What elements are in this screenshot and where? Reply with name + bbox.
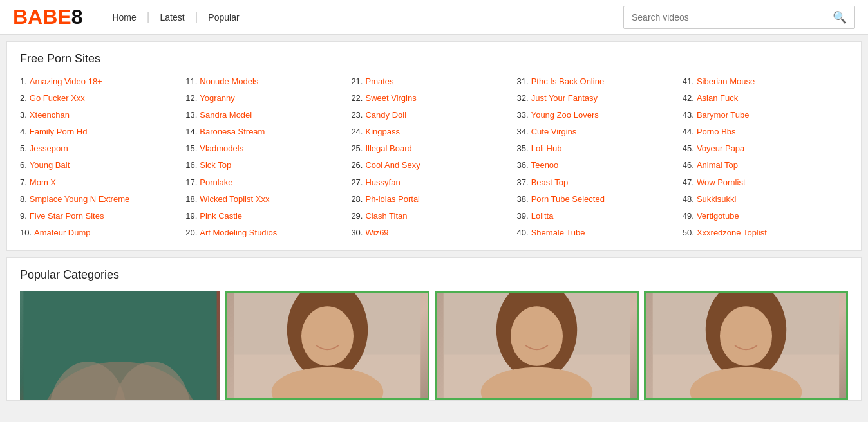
site-link[interactable]: Barymor Tube: [697, 108, 750, 122]
list-item: 33.Young Zoo Lovers: [517, 108, 683, 122]
list-item: 1.Amazing Video 18+: [20, 75, 185, 89]
list-item: 26.Cool And Sexy: [351, 158, 516, 172]
site-link[interactable]: Siberian Mouse: [697, 75, 755, 89]
list-item: 35.Loli Hub: [517, 142, 683, 156]
site-link[interactable]: Voyeur Papa: [697, 142, 744, 156]
site-link[interactable]: Ph-lolas Portal: [365, 192, 420, 206]
site-link[interactable]: Mom X: [30, 176, 56, 190]
svg-point-8: [301, 306, 354, 366]
site-link[interactable]: Teenoo: [531, 158, 559, 172]
site-link[interactable]: Sick Top: [200, 158, 231, 172]
list-item: 10.Amateur Dump: [20, 226, 185, 240]
list-item: 16.Sick Top: [185, 158, 351, 172]
list-item: 29.Clash Titan: [351, 209, 516, 223]
list-item: 48.Sukkisukki: [683, 192, 848, 206]
popular-categories-section: Popular Categories: [6, 257, 862, 401]
site-link[interactable]: Go Fucker Xxx: [30, 91, 85, 106]
site-link[interactable]: Pmates: [365, 75, 393, 89]
site-link[interactable]: Art Modeling Studios: [200, 226, 277, 240]
logo[interactable]: BABE8: [13, 5, 82, 29]
search-icon: 🔍: [833, 11, 847, 24]
list-item: 9.Five Star Porn Sites: [20, 209, 185, 223]
list-item: 47.Wow Pornlist: [683, 176, 848, 190]
list-item: 50.Xxxredzone Toplist: [683, 226, 848, 240]
site-link[interactable]: Amazing Video 18+: [30, 75, 102, 89]
thumbnail-4[interactable]: [644, 291, 848, 400]
list-item: 5.Jesseporn: [20, 142, 185, 156]
nav-latest[interactable]: Latest: [150, 12, 195, 23]
site-link[interactable]: Pornlake: [200, 176, 232, 190]
site-link[interactable]: Five Star Porn Sites: [30, 209, 104, 223]
site-link[interactable]: Sweet Virgins: [365, 91, 416, 106]
site-link[interactable]: Cool And Sexy: [365, 158, 420, 172]
sites-col-4: 31.Pthc Is Back Online 32.Just Your Fant…: [517, 75, 683, 240]
site-link[interactable]: Sukkisukki: [697, 192, 736, 206]
site-link[interactable]: Lolitta: [531, 209, 554, 223]
list-item: 4.Family Porn Hd: [20, 125, 185, 139]
list-item: 34.Cute Virgins: [517, 125, 683, 139]
thumbnail-1[interactable]: [20, 291, 220, 400]
nav-popular[interactable]: Popular: [198, 12, 249, 23]
list-item: 37.Beast Top: [517, 176, 683, 190]
site-link[interactable]: Candy Doll: [365, 108, 406, 122]
list-item: 3.Xteenchan: [20, 108, 185, 122]
logo-number: 8: [71, 5, 83, 28]
site-link[interactable]: Just Your Fantasy: [531, 91, 598, 106]
site-link[interactable]: Wow Pornlist: [697, 176, 746, 190]
site-link[interactable]: Jesseporn: [30, 142, 68, 156]
site-link[interactable]: Illegal Board: [365, 142, 411, 156]
site-link[interactable]: Wicked Toplist Xxx: [200, 192, 269, 206]
site-link[interactable]: Smplace Young N Extreme: [30, 192, 129, 206]
site-link[interactable]: Clash Titan: [365, 209, 407, 223]
list-item: 13.Sandra Model: [185, 108, 351, 122]
thumbnail-2[interactable]: [225, 291, 429, 400]
site-link[interactable]: Asian Fuck: [697, 91, 738, 106]
site-link[interactable]: Porn Tube Selected: [531, 192, 605, 206]
list-item: 14.Baronesa Stream: [185, 125, 351, 139]
site-link[interactable]: Xteenchan: [30, 108, 70, 122]
site-link[interactable]: Loli Hub: [531, 142, 562, 156]
site-link[interactable]: Baronesa Stream: [200, 125, 265, 139]
site-link[interactable]: Hussyfan: [365, 176, 400, 190]
site-link[interactable]: Animal Top: [697, 158, 738, 172]
site-link[interactable]: Cute Virgins: [531, 125, 577, 139]
list-item: 15.Vladmodels: [185, 142, 351, 156]
site-link[interactable]: Vladmodels: [200, 142, 243, 156]
list-item: 17.Pornlake: [185, 176, 351, 190]
svg-rect-4: [24, 291, 217, 400]
site-link[interactable]: Family Porn Hd: [30, 125, 88, 139]
list-item: 19.Pink Castle: [185, 209, 351, 223]
list-item: 42.Asian Fuck: [683, 91, 848, 106]
list-item: 6.Young Bait: [20, 158, 185, 172]
list-item: 32.Just Your Fantasy: [517, 91, 683, 106]
site-link[interactable]: Nonude Models: [200, 75, 258, 89]
site-link[interactable]: Pink Castle: [200, 209, 242, 223]
site-link[interactable]: Shemale Tube: [531, 226, 585, 240]
list-item: 30.Wiz69: [351, 226, 516, 240]
sites-grid: 1.Amazing Video 18+ 2.Go Fucker Xxx 3.Xt…: [20, 75, 848, 240]
site-link[interactable]: Pthc Is Back Online: [531, 75, 604, 89]
site-link[interactable]: Beast Top: [531, 176, 569, 190]
site-link[interactable]: Young Zoo Lovers: [531, 108, 599, 122]
list-item: 41.Siberian Mouse: [683, 75, 848, 89]
list-item: 27.Hussyfan: [351, 176, 516, 190]
site-link[interactable]: Yogranny: [200, 91, 234, 106]
site-link[interactable]: Sandra Model: [200, 108, 252, 122]
svg-point-13: [511, 306, 563, 366]
list-item: 38.Porn Tube Selected: [517, 192, 683, 206]
site-link[interactable]: Porno Bbs: [697, 125, 736, 139]
list-item: 20.Art Modeling Studios: [185, 226, 351, 240]
site-link[interactable]: Amateur Dump: [34, 226, 90, 240]
list-item: 43.Barymor Tube: [683, 108, 848, 122]
search-button[interactable]: 🔍: [825, 10, 854, 24]
site-link[interactable]: Wiz69: [365, 226, 388, 240]
list-item: 25.Illegal Board: [351, 142, 516, 156]
search-input[interactable]: [624, 12, 825, 23]
thumb-svg-2: [227, 293, 428, 398]
site-link[interactable]: Vertigotube: [697, 209, 739, 223]
site-link[interactable]: Xxxredzone Toplist: [697, 226, 767, 240]
site-link[interactable]: Kingpass: [365, 125, 399, 139]
nav-home[interactable]: Home: [102, 12, 146, 23]
thumbnail-3[interactable]: [435, 291, 639, 400]
site-link[interactable]: Young Bait: [30, 158, 70, 172]
